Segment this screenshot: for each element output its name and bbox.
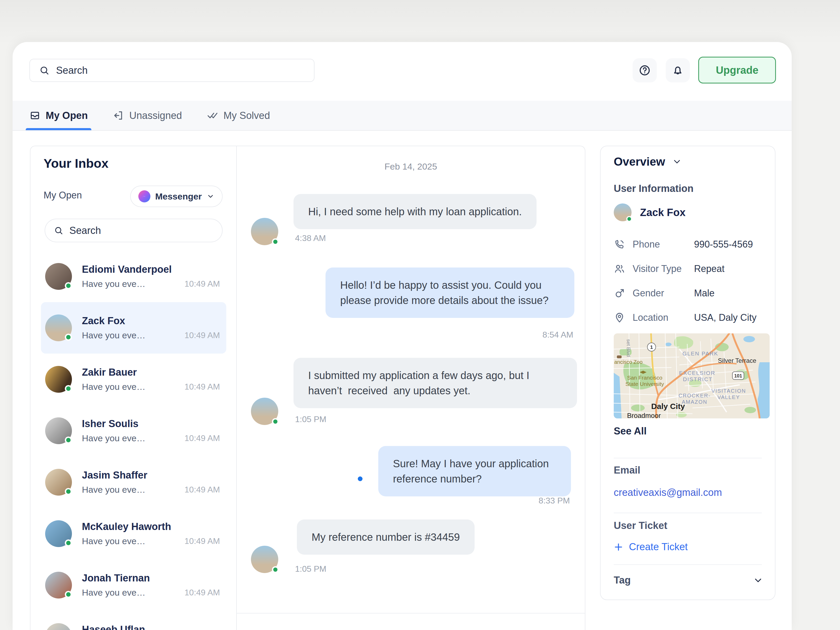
conversation-item[interactable]: Haseeb UflanHave you eve… 10:49 AM <box>41 611 226 630</box>
map-label: EXCELSIOR <box>679 370 715 376</box>
customer-avatar <box>251 398 278 425</box>
customer-avatar <box>251 546 278 573</box>
avatar <box>614 204 632 221</box>
tag-heading: Tag <box>614 575 631 586</box>
conversation-time: 10:49 AM <box>185 588 220 597</box>
location-map[interactable]: 1 101 set Blvd ancisco Zoo San Francisco… <box>614 333 770 418</box>
notifications-button[interactable] <box>666 58 690 82</box>
message-bubble-outgoing: Hello! I’d be happy to assist you. Could… <box>325 267 574 318</box>
divider <box>614 513 762 513</box>
chevron-down-icon <box>672 157 682 167</box>
user-identity: Zack Fox <box>614 204 685 221</box>
help-icon <box>638 64 651 77</box>
conversation-item-selected[interactable]: Zack FoxHave you eve… 10:49 AM <box>41 302 226 354</box>
tab-unassigned[interactable]: Unassigned <box>113 101 182 130</box>
email-link[interactable]: creativeaxis@gmail.com <box>614 487 722 498</box>
conversation-time: 10:49 AM <box>185 536 220 546</box>
tab-my-open[interactable]: My Open <box>29 101 88 130</box>
channel-filter-dropdown[interactable]: Messenger <box>130 186 223 207</box>
message-time: 1:05 PM <box>295 564 326 574</box>
message-bubble-incoming: I submitted my application a few days ag… <box>294 358 577 408</box>
field-label: Gender <box>633 288 664 299</box>
see-all-link[interactable]: See All <box>614 426 647 437</box>
message-time: 8:33 PM <box>538 496 570 505</box>
inbox-icon <box>29 110 40 121</box>
conversation-item[interactable]: Jonah TiernanHave you eve… 10:49 AM <box>41 559 226 611</box>
conversation-item[interactable]: Jasim ShafferHave you eve… 10:49 AM <box>41 456 226 508</box>
conversation-list: Ediomi VanderpoelHave you eve… 10:49 AM … <box>41 251 226 630</box>
map-label: ancisco Zoo <box>614 359 643 365</box>
avatar <box>45 263 72 290</box>
conversation-preview: Have you eve… <box>82 279 172 289</box>
avatar <box>45 417 72 444</box>
conversation-name: McKauley Haworth <box>82 521 171 532</box>
bell-icon <box>671 64 684 77</box>
map-label: Broadmoor <box>627 412 661 418</box>
conversation-preview: Have you eve… <box>82 536 171 546</box>
tab-my-solved[interactable]: My Solved <box>207 101 270 130</box>
inbox-search[interactable] <box>45 219 223 242</box>
conversation-item[interactable]: Ediomi VanderpoelHave you eve… 10:49 AM <box>41 251 226 302</box>
online-dot <box>65 334 72 341</box>
online-dot <box>626 216 632 222</box>
conversation-name: Jonah Tiernan <box>82 573 150 584</box>
conversation-time: 10:49 AM <box>185 485 220 494</box>
field-value: Male <box>694 288 715 299</box>
map-label: GLEN PARK <box>682 351 718 357</box>
conversation-name: Zack Fox <box>82 315 145 327</box>
avatar <box>45 314 72 341</box>
conversation-name: Jasim Shaffer <box>82 470 147 481</box>
conversation-time: 10:49 AM <box>185 382 220 392</box>
online-dot <box>272 238 279 245</box>
phone-icon <box>614 238 625 250</box>
info-row-phone: Phone 990-555-4569 <box>614 238 762 250</box>
chevron-down-icon <box>207 193 215 200</box>
user-ticket-heading: User Ticket <box>614 520 667 531</box>
chevron-down-icon <box>753 575 763 586</box>
plus-icon <box>614 542 623 552</box>
inbox-search-input[interactable] <box>69 225 213 236</box>
visitors-icon <box>614 263 625 275</box>
conversation-name: Isher Soulis <box>82 418 145 429</box>
map-label: San Francisco <box>627 374 662 381</box>
conversation-time: 10:49 AM <box>185 279 220 289</box>
inbox-tabs: My Open Unassigned My Solved <box>13 101 792 131</box>
map-label: set Blvd <box>626 339 631 357</box>
search-input[interactable] <box>56 65 305 76</box>
conversation-item[interactable]: Isher SoulisHave you eve… 10:49 AM <box>41 405 226 456</box>
upgrade-button[interactable]: Upgrade <box>698 57 776 84</box>
help-button[interactable] <box>633 58 657 82</box>
tab-label: Unassigned <box>129 110 182 121</box>
conversation-preview: Have you eve… <box>82 330 145 341</box>
conversations-card: Your Inbox My Open Messenger Ediomi Vand… <box>30 146 585 630</box>
svg-text:1: 1 <box>650 344 653 350</box>
water-right <box>758 362 770 418</box>
divider <box>614 564 762 565</box>
conversation-item[interactable]: McKauley HaworthHave you eve… 10:49 AM <box>41 508 226 559</box>
create-ticket-button[interactable]: Create Ticket <box>614 541 688 553</box>
info-row-visitor-type: Visitor Type Repeat <box>614 263 762 275</box>
customer-avatar <box>251 218 278 245</box>
message-bubble-incoming: My reference number is #34459 <box>297 519 475 555</box>
inbox-title: Your Inbox <box>44 156 108 171</box>
user-name: Zack Fox <box>640 207 685 218</box>
info-row-location: Location USA, Daly City <box>614 312 762 324</box>
map-label: VISITACION <box>711 388 746 394</box>
conversation-name: Haseeb Uflan <box>82 624 145 630</box>
online-dot <box>272 418 279 425</box>
overview-header[interactable]: Overview <box>614 155 682 168</box>
conversation-preview: Have you eve… <box>82 587 150 598</box>
male-icon <box>614 287 625 299</box>
inbox-pane: Your Inbox My Open Messenger Ediomi Vand… <box>30 146 236 630</box>
avatar <box>45 469 72 496</box>
online-dot <box>65 591 72 598</box>
tag-section-toggle[interactable]: Tag <box>614 575 763 586</box>
conversation-item[interactable]: Zakir BauerHave you eve… 10:49 AM <box>41 354 226 405</box>
user-information-heading: User Information <box>614 183 693 194</box>
unassigned-icon <box>113 110 124 121</box>
map-label-daly-city: Daly City <box>651 402 685 411</box>
map-label: AMAZON <box>682 399 707 405</box>
global-search[interactable] <box>29 59 314 82</box>
avatar <box>45 366 72 393</box>
zoo-icon <box>617 355 622 358</box>
